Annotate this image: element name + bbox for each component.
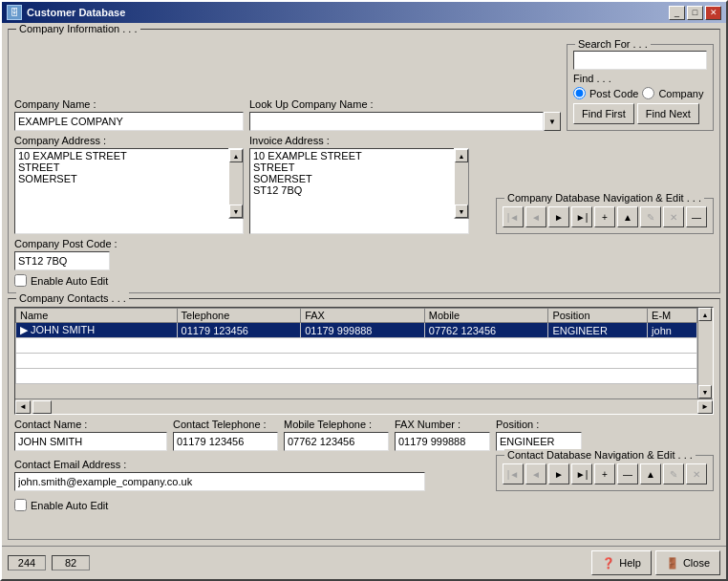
close-button[interactable]: 🚪 Close [655,550,720,575]
contacts-group: Company Contacts . . . Name Telephone FA… [8,298,720,540]
contact-nav-delete[interactable]: ✕ [686,463,707,484]
contact-nav-up[interactable]: ▲ [640,463,661,484]
contact-nav-prev[interactable]: ◄ [525,463,546,484]
cell-email: john [648,323,697,338]
lookup-field: Look Up Company Name : ▼ [249,98,561,131]
postcode-input[interactable] [14,251,110,270]
find-postcode-label: Post Code [589,88,638,99]
lookup-input[interactable] [249,112,544,131]
invoice-address-scroll-up[interactable]: ▲ [455,149,468,162]
company-address-field: Company Address : ▲ ▼ [14,135,244,234]
cell-fax: 01179 999888 [301,323,425,338]
auto-edit-label: Enable Auto Edit [31,275,108,287]
find-company-radio[interactable] [642,87,654,99]
mobile-tel-input[interactable] [284,432,389,451]
nav-minus-button[interactable]: — [686,206,707,227]
company-name-label: Company Name : [14,98,244,110]
nav-first-button[interactable]: |◄ [503,206,524,227]
table-row[interactable]: ▶ JOHN SMITH 01179 123456 01179 999888 0… [16,323,697,338]
company-name-field: Company Name : [14,98,244,131]
nav-edit-button[interactable]: ✎ [640,206,661,227]
title-bar: 🗄 Customer Database _ □ ✕ [2,2,726,23]
nav-up-button[interactable]: ▲ [617,206,638,227]
contacts-scroll-down[interactable]: ▼ [698,385,712,398]
help-button[interactable]: ❓ Help [591,550,652,575]
search-input[interactable] [573,51,707,70]
contact-nav-add[interactable]: + [594,463,615,484]
contact-nav-edit[interactable]: ✎ [663,463,684,484]
table-row-empty2 [16,354,697,369]
contact-nav-last[interactable]: ►| [571,463,592,484]
find-company-label: Company [658,88,703,99]
position-input[interactable] [496,432,582,451]
nav-add-button[interactable]: + [594,206,615,227]
contact-nav-minus[interactable]: — [617,463,638,484]
contact-nav-first[interactable]: |◄ [503,463,524,484]
contact-row2: Contact Email Address : Contact Database… [14,455,714,491]
find-next-button[interactable]: Find Next [637,103,699,124]
help-icon: ❓ [602,557,615,570]
search-for-label: Search For . . . [575,38,651,50]
lookup-label: Look Up Company Name : [249,98,561,110]
contact-name-label: Contact Name : [14,419,167,430]
col-telephone: Telephone [177,309,301,323]
contacts-hscroll-right[interactable]: ► [697,400,713,414]
contact-nav-buttons: |◄ ◄ ► ►| + — ▲ ✎ ✕ [503,463,707,484]
close-icon: 🚪 [666,557,679,570]
contacts-hscrollbar: ◄ ► [15,398,713,414]
position-field: Position : [496,419,582,451]
company-address-textarea[interactable] [14,148,244,234]
invoice-address-label: Invoice Address : [249,135,469,146]
company-address-scroll-up[interactable]: ▲ [229,149,243,162]
nav-prev-button[interactable]: ◄ [525,206,546,227]
fax-label: FAX Number : [395,419,490,430]
position-label: Position : [496,419,582,430]
email-field: Contact Email Address : [14,459,490,491]
find-first-button[interactable]: Find First [573,103,634,124]
contact-auto-edit-checkbox[interactable] [14,499,27,511]
company-nav-box: Company Database Navigation & Edit . . .… [496,198,714,234]
email-input[interactable] [14,472,425,491]
contact-tel-field: Contact Telephone : [173,419,278,451]
invoice-address-scroll-down[interactable]: ▼ [455,204,468,218]
cell-telephone: 01179 123456 [177,323,301,338]
contact-name-field: Contact Name : [14,419,167,451]
cell-mobile: 07762 123456 [424,323,548,338]
company-address-scroll-down[interactable]: ▼ [229,204,243,218]
company-nav-buttons: |◄ ◄ ► ►| + ▲ ✎ ✕ — [503,206,707,227]
contact-name-input[interactable] [14,432,167,451]
contact-tel-input[interactable] [173,432,278,451]
find-postcode-radio[interactable] [573,87,586,99]
contact-nav-box: Contact Database Navigation & Edit . . .… [496,455,714,491]
nav-delete-button[interactable]: ✕ [663,206,684,227]
nav-next-button[interactable]: ► [548,206,569,227]
contact-nav-next[interactable]: ► [548,463,569,484]
minimize-button[interactable]: _ [669,6,685,20]
fax-input[interactable] [395,432,490,451]
title-buttons: _ □ ✕ [669,6,721,20]
company-name-input[interactable] [14,112,244,131]
window-close-button[interactable]: ✕ [705,6,721,20]
col-position: Position [548,309,648,323]
lookup-combo: ▼ [249,112,561,131]
contacts-vscrollbar: ▲ ▼ [697,308,713,398]
contacts-scroll-up[interactable]: ▲ [698,308,712,321]
maximize-button[interactable]: □ [687,6,703,20]
contact-row1: Contact Name : Contact Telephone : Mobil… [14,419,714,451]
nav-last-button[interactable]: ►| [571,206,592,227]
find-label: Find . . . [573,73,707,84]
auto-edit-checkbox[interactable] [14,274,27,287]
bottom-buttons: ❓ Help 🚪 Close [591,550,720,575]
contacts-hscroll-left[interactable]: ◄ [15,400,31,414]
auto-edit-row: Enable Auto Edit [14,274,714,287]
mobile-tel-label: Mobile Telephone : [284,419,389,430]
help-label: Help [619,557,641,569]
company-info-label: Company Information . . . [16,23,140,34]
col-mobile: Mobile [424,309,548,323]
lookup-dropdown-arrow[interactable]: ▼ [544,112,561,131]
contacts-label: Company Contacts . . . [16,292,129,304]
invoice-address-textarea[interactable] [249,148,469,234]
company-address-scrollbar: ▲ ▼ [228,148,244,219]
col-fax: FAX [301,309,425,323]
contacts-hscroll-thumb[interactable] [32,400,52,414]
